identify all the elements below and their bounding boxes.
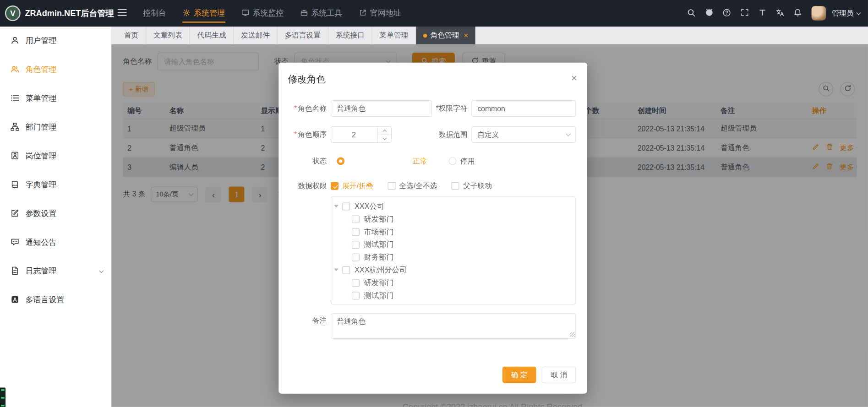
checkbox-icon[interactable] (342, 202, 350, 210)
cancel-button[interactable]: 取 消 (542, 367, 576, 383)
checkbox-icon[interactable] (342, 266, 350, 274)
tab-home[interactable]: 首页 (117, 27, 146, 44)
font-size-button[interactable] (755, 6, 769, 20)
radio-selected-icon (337, 157, 344, 165)
tree-expand-caret-icon[interactable] (334, 205, 338, 207)
checkbox-icon[interactable] (352, 292, 360, 299)
role-name-label: *角色名称 (284, 100, 327, 117)
tab-multilanguage-label: 多语言设置 (285, 31, 321, 41)
search-button[interactable] (684, 6, 698, 20)
user-name[interactable]: 管理员 (832, 8, 853, 18)
active-tab-dot-icon (423, 33, 427, 37)
corner-widget[interactable] (0, 388, 5, 407)
help-button[interactable] (720, 6, 734, 20)
tree-expand-caret-icon[interactable] (334, 269, 338, 271)
nav-item-website[interactable]: 官网地址 (350, 0, 409, 27)
close-dialog-button[interactable]: × (571, 73, 577, 83)
tree-node-label: XXX杭州分公司 (355, 265, 407, 275)
status-radio-disabled[interactable]: 停用 (449, 156, 475, 166)
nav-item-system-admin[interactable]: 系统管理 (175, 0, 233, 27)
sidebar-item-posts[interactable]: 岗位管理 (0, 142, 111, 171)
external-link-icon (359, 9, 367, 18)
tab-menus-label: 菜单管理 (379, 31, 408, 41)
role-order-label: *角色顺序 (284, 126, 327, 143)
tree-node-dept[interactable]: 测试部门 (331, 289, 575, 302)
data-scope-select[interactable]: 自定义 (471, 126, 576, 143)
checkbox-icon[interactable] (352, 240, 360, 248)
required-mark: * (294, 130, 297, 138)
sidebar-item-menus[interactable]: 菜单管理 (0, 84, 111, 113)
sidebar-roles-label: 角色管理 (26, 65, 57, 75)
status-normal-label: 正常 (413, 156, 427, 166)
tab-articles[interactable]: 文章列表 (146, 27, 190, 44)
language-button[interactable] (773, 6, 787, 20)
checkbox-icon[interactable] (352, 279, 360, 287)
tree-node-dept[interactable]: 研发部门 (331, 276, 575, 289)
sidebar-item-departments[interactable]: 部门管理 (0, 113, 111, 142)
parent-child-link-checkbox[interactable]: 父子联动 (452, 181, 492, 191)
sidebar-item-parameters[interactable]: 参数设置 (0, 199, 111, 228)
user-menu-caret-icon[interactable] (856, 10, 861, 15)
remark-textarea[interactable]: 普通角色 (331, 313, 576, 339)
tab-system-api-label: 系统接口 (336, 31, 365, 41)
tree-node-company[interactable]: XXX公司 (331, 200, 575, 213)
nav-website-label: 官网地址 (370, 8, 401, 18)
checkbox-icon[interactable] (352, 215, 360, 223)
user-avatar[interactable] (812, 6, 826, 20)
logo-icon: V (5, 5, 21, 21)
sidebar-item-multilanguage[interactable]: 多语言设置 (0, 286, 111, 315)
notifications-button[interactable] (791, 6, 805, 20)
tab-system-api[interactable]: 系统接口 (328, 27, 372, 44)
fullscreen-button[interactable] (737, 6, 752, 20)
decrease-button[interactable] (378, 135, 391, 142)
nav-item-system-monitor[interactable]: 系统监控 (233, 0, 292, 27)
tree-node-dept[interactable]: 测试部门 (331, 238, 575, 251)
sidebar-toggle-button[interactable] (111, 0, 132, 27)
sidebar-departments-label: 部门管理 (26, 122, 57, 132)
tree-node-dept[interactable]: 研发部门 (331, 212, 575, 225)
sidebar-item-notices[interactable]: 通知公告 (0, 228, 111, 257)
tab-code-gen[interactable]: 代码生成 (190, 27, 234, 44)
chat-bubble-icon (11, 237, 19, 248)
tab-send-mail[interactable]: 发送邮件 (234, 27, 278, 44)
role-name-input[interactable] (331, 100, 432, 117)
sidebar-item-roles[interactable]: 角色管理 (0, 55, 111, 84)
tab-roles-active[interactable]: 角色管理 × (416, 27, 475, 44)
tree-node-label: 研发部门 (364, 277, 394, 288)
increase-button[interactable] (378, 127, 391, 135)
id-badge-icon (11, 151, 19, 162)
tree-node-branch-company[interactable]: XXX杭州分公司 (331, 264, 575, 277)
sidebar-item-dictionary[interactable]: 字典管理 (0, 170, 111, 199)
dialog-body: *角色名称 *权限字符 *角色顺序 2 (278, 86, 587, 339)
tab-multilanguage[interactable]: 多语言设置 (278, 27, 328, 44)
nav-item-system-tools[interactable]: 系统工具 (292, 0, 350, 27)
github-button[interactable] (702, 6, 716, 20)
form-row-remark: 备注 普通角色 (284, 313, 576, 339)
nav-item-console[interactable]: 控制台 (135, 0, 175, 27)
tab-bar: 首页 文章列表 代码生成 发送邮件 多语言设置 系统接口 菜单管理 角色管理 × (111, 27, 868, 44)
status-radio-normal[interactable]: 正常 (331, 152, 433, 170)
corner-widget-bar (1, 389, 4, 391)
confirm-button[interactable]: 确 定 (502, 367, 537, 383)
form-row-order-scope: *角色顺序 2 数据范围 自定义 (284, 126, 576, 143)
tree-node-dept[interactable]: 财务部门 (331, 251, 575, 264)
close-tab-icon[interactable]: × (464, 32, 468, 39)
github-icon (704, 8, 714, 19)
checkbox-icon[interactable] (352, 253, 360, 261)
nav-system-monitor-label: 系统监控 (252, 8, 284, 18)
checkbox-checked-icon (331, 182, 338, 190)
chevron-down-icon (382, 136, 387, 140)
document-icon (11, 266, 19, 277)
tab-menus[interactable]: 菜单管理 (372, 27, 416, 44)
logo-letter: V (10, 9, 15, 17)
checkbox-icon[interactable] (352, 228, 360, 236)
data-perm-label: 数据权限 (284, 182, 327, 190)
select-all-checkbox[interactable]: 全选/全不选 (388, 181, 437, 191)
status-disabled-label: 停用 (460, 156, 475, 166)
perm-char-input[interactable] (471, 100, 576, 117)
role-order-stepper[interactable]: 2 (331, 126, 392, 143)
tree-node-dept[interactable]: 市场部门 (331, 225, 575, 238)
sidebar-item-users[interactable]: 用户管理 (0, 27, 111, 55)
expand-collapse-checkbox[interactable]: 展开/折叠 (331, 181, 373, 191)
sidebar-item-logs[interactable]: 日志管理 (0, 257, 111, 286)
